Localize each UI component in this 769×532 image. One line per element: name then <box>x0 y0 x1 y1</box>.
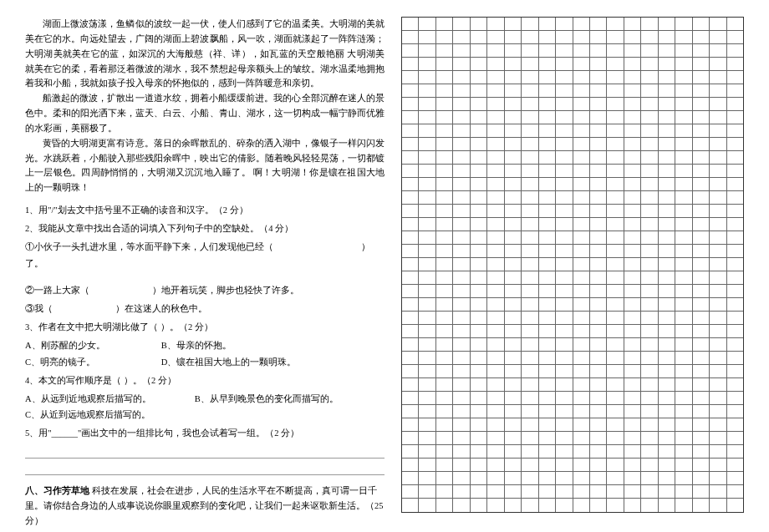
passage-p2: 船激起的微波，扩散出一道道水纹，拥着小船缓缓前进。我的心全部沉醉在迷人的景色中。… <box>25 91 384 136</box>
q2-sub-c: ③我（ ）在这迷人的秋色中。 <box>25 301 384 317</box>
passage-p3: 黄昏的大明湖更富有诗意。落日的余晖散乱的、碎杂的洒入湖中，像银子一样闪闪发光。水… <box>25 136 384 195</box>
passage-p1: 湖面上微波荡漾，鱼鳞似的波纹一起一伏，使人们感到了它的温柔美。大明湖的美就美在它… <box>25 17 384 91</box>
writing-grid-right[interactable] <box>401 17 744 513</box>
q2c-suffix: ）在这迷人的秋色中。 <box>115 304 207 313</box>
q4-opt-a[interactable]: A、从远到近地观察后描写的。 <box>25 391 192 408</box>
section-8-label: 八、习作芳草地 <box>25 486 89 495</box>
q4-opt-c[interactable]: C、从近到远地观察后描写的。 <box>25 410 150 419</box>
q2-sub-b: ②一路上大家（ ）地开着玩笑，脚步也轻快了许多。 <box>25 282 384 299</box>
question-4: 4、本文的写作顺序是（ ）。（2 分） <box>25 372 384 389</box>
question-5: 5、用"______"画出文中的一组排比句，我也会试着写一组。（2 分） <box>25 425 384 442</box>
q3-opt-d[interactable]: D、镶在祖国大地上的一颗明珠。 <box>161 357 297 367</box>
q2c-prefix: ③我（ <box>25 304 53 313</box>
q2-sub-a: ①小伙子一头扎进水里，等水面平静下来，人们发现他已经（ ）了。 <box>25 239 384 272</box>
q4-options: A、从远到近地观察后描写的。 B、从早到晚景色的变化而描写的。 C、从近到远地观… <box>25 391 384 424</box>
reading-passage: 湖面上微波荡漾，鱼鳞似的波纹一起一伏，使人们感到了它的温柔美。大明湖的美就美在它… <box>25 17 384 195</box>
q2a-prefix: ①小伙子一头扎进水里，等水面平静下来，人们发现他已经（ <box>25 242 273 251</box>
q3-options: A、刚苏醒的少女。 B、母亲的怀抱。 C、明亮的镜子。 D、镶在祖国大地上的一颗… <box>25 337 384 371</box>
q4-opt-b[interactable]: B、从早到晚景色的变化而描写的。 <box>195 394 339 403</box>
question-3: 3、作者在文中把大明湖比做了（ ）。（2 分） <box>25 319 384 336</box>
q2b-suffix: ）地开着玩笑，脚步也轻快了许多。 <box>152 286 299 295</box>
q3-opt-a[interactable]: A、刚苏醒的少女。 <box>25 337 159 354</box>
q3-opt-c[interactable]: C、明亮的镜子。 <box>25 354 159 371</box>
answer-line-2[interactable] <box>25 462 384 475</box>
right-column <box>401 17 744 515</box>
question-1: 1、用"/"划去文中括号里不正确的读音和汉字。（2 分） <box>25 202 384 219</box>
left-column: 湖面上微波荡漾，鱼鳞似的波纹一起一伏，使人们感到了它的温柔美。大明湖的美就美在它… <box>25 17 384 515</box>
answer-line-1[interactable] <box>25 445 384 459</box>
question-2: 2、我能从文章中找出合适的词填入下列句子中的空缺处。（4 分） <box>25 220 384 237</box>
q2b-prefix: ②一路上大家（ <box>25 286 89 295</box>
q3-opt-b[interactable]: B、母亲的怀抱。 <box>161 341 232 350</box>
section-8: 八、习作芳草地 科技在发展，社会在进步，人民的生活水平在不断提高，真可谓一日千里… <box>25 484 384 529</box>
